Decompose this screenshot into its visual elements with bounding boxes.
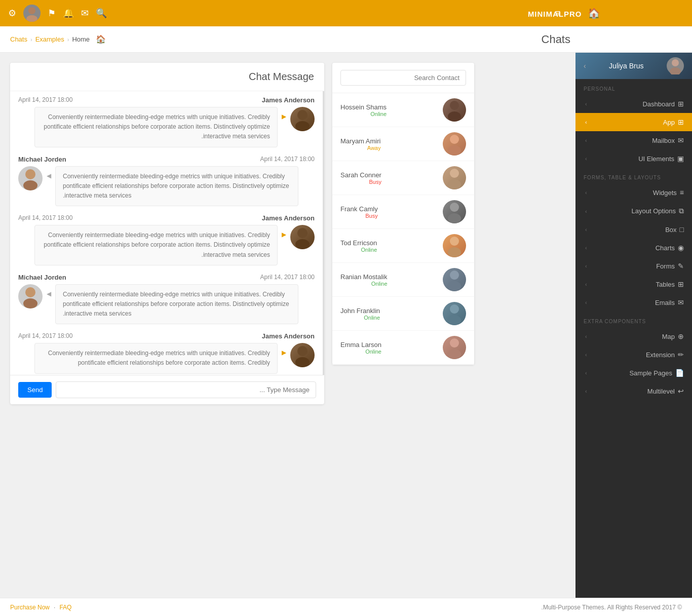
contact-info-3: Sarah Conner Busy: [340, 171, 381, 185]
sidebar-item-multilevel[interactable]: ‹ Multilevel ↩: [575, 382, 692, 400]
msg-meta-2: Michael Jorden April 14, 2017 18:00: [18, 156, 315, 163]
mailbox-label: Mailbox: [652, 137, 675, 144]
sidebar-item-emails[interactable]: ‹ Emails ✉: [575, 293, 692, 312]
content-area: Chat Message April 14, 2017 18:00 James …: [0, 53, 575, 616]
contact-item-1[interactable]: Hossein Shams Online: [332, 93, 474, 127]
contact-avatar-6: [443, 268, 466, 291]
breadcrumb-sep-2: ›: [67, 36, 69, 43]
contact-item-6[interactable]: Ranian Mostalik Online: [332, 263, 474, 297]
bell-icon[interactable]: 🔔: [63, 8, 74, 19]
contact-item-5[interactable]: Tod Erricson Online: [332, 229, 474, 263]
chevron-mailbox: ‹: [585, 137, 587, 143]
right-sidebar: ‹ Juliya Brus PERSONAL ‹ Dashboard ⊞ ‹ A…: [575, 53, 692, 616]
forms-label-group: Forms ✎: [656, 262, 684, 270]
widgets-label-group: Widgets ≡: [653, 188, 684, 197]
footer-faq-link[interactable]: FAQ: [59, 604, 71, 611]
sample-icon: 📄: [675, 369, 684, 377]
contact-search-input[interactable]: [340, 70, 466, 86]
sidebar-item-extension[interactable]: ‹ Extension ✏: [575, 345, 692, 364]
extension-label: Extension: [646, 351, 675, 359]
layout-label-group: Layout Options ⧉: [632, 207, 684, 215]
sample-label-group: Sample Pages 📄: [629, 369, 684, 377]
tables-label-group: Tables ⊞: [656, 280, 684, 288]
sidebar-collapse-btn[interactable]: ‹: [584, 62, 586, 70]
chat-messages[interactable]: April 14, 2017 18:00 James Anderson Conv…: [10, 91, 324, 375]
msg-sender-4: Michael Jorden: [18, 274, 66, 281]
chat-title: Chat Message: [249, 71, 314, 82]
sidebar-section-extra: EXTRA COMPONENTS: [575, 312, 692, 327]
svg-point-5: [23, 180, 37, 190]
contact-avatar-7: [443, 302, 466, 325]
breadcrumb-chats[interactable]: Chats: [10, 35, 27, 43]
msg-arrow-1: ▶: [282, 113, 286, 120]
breadcrumb-bar: Chats › Examples › Home 🏠 Chats: [0, 26, 692, 53]
svg-point-29: [670, 67, 681, 74]
message-input[interactable]: [56, 381, 316, 398]
contact-status-6: Online: [340, 281, 388, 287]
msg-sender-2: Michael Jorden: [18, 156, 66, 163]
breadcrumb-examples[interactable]: Examples: [35, 35, 64, 43]
footer-left: Purchase Now · FAQ: [10, 604, 71, 611]
svg-point-28: [672, 59, 679, 66]
box-icon: □: [680, 225, 684, 234]
sidebar-item-forms[interactable]: ‹ Forms ✎: [575, 257, 692, 275]
contact-item-4[interactable]: Frank Camly Busy: [332, 195, 474, 229]
sidebar-item-app[interactable]: ‹ App ⊞: [575, 113, 692, 131]
contact-item-7[interactable]: John Franklin Online: [332, 297, 474, 331]
avatar-michael-1: [18, 166, 43, 190]
tables-icon: ⊞: [678, 280, 684, 288]
message-group-3: April 14, 2017 18:00 James Anderson Conv…: [18, 214, 315, 265]
msg-bubble-4: ◀ Conveniently reintermediate bleeding-e…: [18, 284, 315, 325]
msg-time-5: April 14, 2017 18:00: [18, 332, 72, 340]
contact-item-8[interactable]: Emma Larson Online: [332, 331, 474, 365]
sidebar-item-dashboard[interactable]: ‹ Dashboard ⊞: [575, 95, 692, 113]
chevron-dashboard: ‹: [585, 101, 587, 107]
sidebar-item-map[interactable]: ‹ Map ⊕: [575, 327, 692, 345]
svg-point-12: [450, 101, 459, 110]
msg-time-2: April 14, 2017 18:00: [260, 156, 315, 163]
svg-point-7: [295, 239, 310, 249]
widgets-label: Widgets: [653, 189, 677, 197]
contact-name-5: Tod Erricson: [340, 239, 377, 247]
ui-label-group: UI Elements ▣: [638, 155, 684, 163]
sidebar-user-header: ‹ Juliya Brus: [575, 53, 692, 79]
layout-icon: ⧉: [679, 207, 684, 215]
multilevel-label-group: Multilevel ↩: [647, 387, 684, 395]
header-avatar[interactable]: [23, 5, 41, 22]
app-icon: ⊞: [678, 118, 684, 126]
sidebar-item-tables[interactable]: ‹ Tables ⊞: [575, 275, 692, 293]
contact-name-8: Emma Larson: [340, 341, 381, 349]
msg-arrow-3: ▶: [282, 231, 286, 238]
msg-bubble-3: Conveniently reintermediate bleeding-edg…: [18, 225, 315, 265]
gear-icon[interactable]: ⚙: [8, 8, 16, 19]
sidebar-item-ui-elements[interactable]: ‹ UI Elements ▣: [575, 149, 692, 168]
sidebar-item-charts[interactable]: ‹ Charts ◉: [575, 239, 692, 257]
contacts-search: [332, 63, 474, 93]
svg-point-0: [28, 7, 35, 14]
sidebar-item-box[interactable]: ‹ Box □: [575, 220, 692, 239]
sidebar-item-widgets[interactable]: ‹ Widgets ≡: [575, 183, 692, 202]
chat-input-row: Send: [10, 375, 324, 404]
msg-time-4: April 14, 2017 18:00: [260, 274, 315, 281]
avatar-james-3: [290, 343, 315, 367]
contact-status-7: Online: [340, 315, 380, 321]
chevron-emails: ‹: [585, 299, 587, 305]
sidebar-item-mailbox[interactable]: ‹ Mailbox ✉: [575, 131, 692, 149]
contact-item-3[interactable]: Sarah Conner Busy: [332, 161, 474, 195]
contact-item-2[interactable]: Maryam Amiri Away: [332, 127, 474, 161]
svg-point-14: [450, 135, 459, 144]
sidebar-item-sample-pages[interactable]: ‹ Sample Pages 📄: [575, 364, 692, 382]
flag-icon[interactable]: ⚑: [48, 8, 56, 19]
sidebar-item-layout[interactable]: ‹ Layout Options ⧉: [575, 202, 692, 220]
contact-avatar-8: [443, 336, 466, 359]
contact-info-4: Frank Camly Busy: [340, 205, 378, 219]
mail-icon[interactable]: ✉: [81, 8, 89, 19]
footer-separator: ·: [54, 604, 55, 611]
footer-purchase-link[interactable]: Purchase Now: [10, 604, 50, 611]
chevron-extension: ‹: [585, 352, 587, 358]
contact-info-6: Ranian Mostalik Online: [340, 273, 388, 287]
search-icon[interactable]: 🔍: [96, 8, 107, 19]
send-button[interactable]: Send: [18, 382, 52, 398]
map-label: Map: [662, 333, 675, 340]
contact-avatar-5: [443, 234, 466, 257]
